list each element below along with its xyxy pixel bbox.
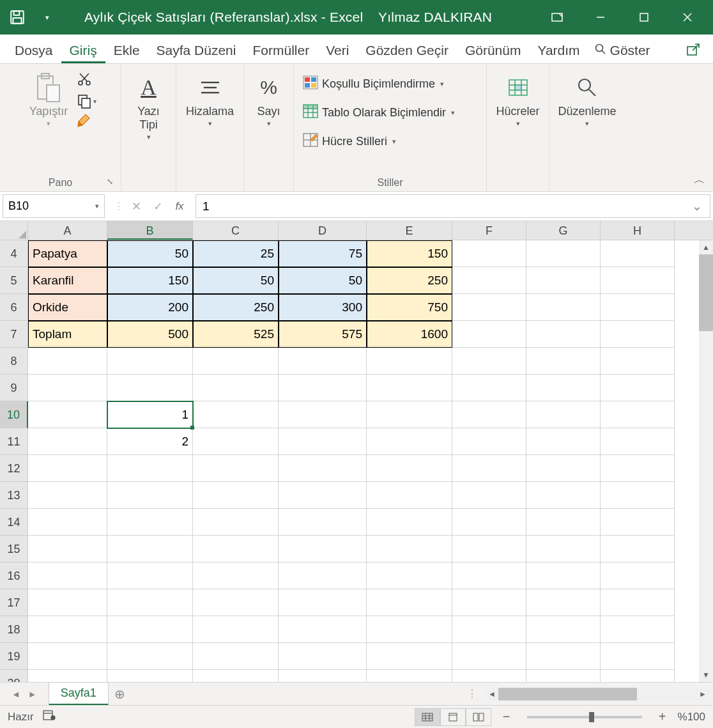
col-header-f[interactable]: F xyxy=(452,221,526,240)
cell-C8[interactable] xyxy=(193,348,279,375)
minimize-button[interactable] xyxy=(579,0,622,35)
col-header-e[interactable]: E xyxy=(367,221,452,240)
cell-F20[interactable] xyxy=(452,670,526,682)
cell-H19[interactable] xyxy=(601,643,675,670)
cell-E12[interactable] xyxy=(367,455,452,482)
cell-E20[interactable] xyxy=(367,670,452,682)
cell-G18[interactable] xyxy=(526,616,601,643)
cell-styles-button[interactable]: Hücre Stilleri▾ xyxy=(299,130,481,153)
cell-H16[interactable] xyxy=(601,562,675,589)
cell-A11[interactable] xyxy=(28,428,107,455)
cell-B12[interactable] xyxy=(107,455,193,482)
cell-G16[interactable] xyxy=(526,562,601,589)
cell-F16[interactable] xyxy=(452,562,526,589)
clipboard-dialog-launcher[interactable]: ⤡ xyxy=(107,177,117,187)
zoom-in-button[interactable]: + xyxy=(656,709,669,724)
col-header-a[interactable]: A xyxy=(28,221,107,240)
cell-F6[interactable] xyxy=(452,294,526,321)
row-header-8[interactable]: 8 xyxy=(0,348,28,375)
cell-H8[interactable] xyxy=(601,348,675,375)
row-header-5[interactable]: 5 xyxy=(0,267,28,294)
row-header-13[interactable]: 13 xyxy=(0,482,28,509)
cell-G9[interactable] xyxy=(526,375,601,401)
cell-F5[interactable] xyxy=(452,267,526,294)
scroll-right-icon[interactable]: ► xyxy=(696,690,709,699)
vertical-scrollbar[interactable]: ▲ ▼ xyxy=(699,240,713,682)
col-header-h[interactable]: H xyxy=(601,221,675,240)
sheet-nav-next-icon[interactable]: ► xyxy=(28,689,37,699)
cell-F7[interactable] xyxy=(452,321,526,348)
cell-F10[interactable] xyxy=(452,401,526,428)
expand-formula-icon[interactable]: ⌄ xyxy=(691,199,703,213)
cell-B15[interactable] xyxy=(107,536,193,562)
copy-button[interactable]: ▾ xyxy=(77,93,96,109)
cell-A13[interactable] xyxy=(28,482,107,509)
cell-C14[interactable] xyxy=(193,509,279,536)
cell-B9[interactable] xyxy=(107,375,193,401)
cell-B18[interactable] xyxy=(107,616,193,643)
cell-E13[interactable] xyxy=(367,482,452,509)
row-header-19[interactable]: 19 xyxy=(0,643,28,670)
cell-E9[interactable] xyxy=(367,375,452,401)
cell-A10[interactable] xyxy=(28,401,107,428)
vscroll-thumb[interactable] xyxy=(699,254,713,331)
cell-B19[interactable] xyxy=(107,643,193,670)
cancel-formula-button[interactable]: ✕ xyxy=(126,199,146,213)
sheet-nav-prev-icon[interactable]: ◄ xyxy=(12,689,20,699)
tell-me-search[interactable]: Göster xyxy=(588,38,657,63)
cell-E18[interactable] xyxy=(367,616,452,643)
cell-A15[interactable] xyxy=(28,536,107,562)
tab-splitter-icon[interactable]: ⋮ xyxy=(467,688,482,700)
name-box[interactable]: B10▾ xyxy=(3,194,105,218)
cell-C20[interactable] xyxy=(193,670,279,682)
cell-A16[interactable] xyxy=(28,562,107,589)
cell-B8[interactable] xyxy=(107,348,193,375)
cell-E4[interactable]: 150 xyxy=(367,240,452,267)
cell-D8[interactable] xyxy=(279,348,367,375)
font-button[interactable]: A Yazı Tipi ▾ xyxy=(125,68,172,144)
cell-H12[interactable] xyxy=(601,455,675,482)
cell-G17[interactable] xyxy=(526,589,601,616)
tab-data[interactable]: Veri xyxy=(318,36,357,63)
cell-B10[interactable]: 1 xyxy=(107,401,193,428)
cell-E7[interactable]: 1600 xyxy=(367,321,452,348)
tab-home[interactable]: Giriş xyxy=(61,36,105,63)
col-header-b[interactable]: B xyxy=(107,221,193,240)
cell-D11[interactable] xyxy=(279,428,367,455)
col-header-d[interactable]: D xyxy=(279,221,367,240)
tab-help[interactable]: Yardım xyxy=(529,36,588,63)
alignment-button[interactable]: Hizalama ▾ xyxy=(181,68,239,130)
col-header-g[interactable]: G xyxy=(526,221,601,240)
cell-G19[interactable] xyxy=(526,643,601,670)
cell-H9[interactable] xyxy=(601,375,675,401)
zoom-out-button[interactable]: − xyxy=(500,709,513,724)
cell-A12[interactable] xyxy=(28,455,107,482)
cell-H14[interactable] xyxy=(601,509,675,536)
number-button[interactable]: % Sayı ▾ xyxy=(245,68,293,130)
cell-A9[interactable] xyxy=(28,375,107,401)
cell-H20[interactable] xyxy=(601,670,675,682)
cell-D20[interactable] xyxy=(279,670,367,682)
row-header-12[interactable]: 12 xyxy=(0,455,28,482)
cell-E15[interactable] xyxy=(367,536,452,562)
cell-H6[interactable] xyxy=(601,294,675,321)
cell-B4[interactable]: 50 xyxy=(107,240,193,267)
col-header-c[interactable]: C xyxy=(193,221,279,240)
cell-B5[interactable]: 150 xyxy=(107,267,193,294)
format-as-table-button[interactable]: Tablo Olarak Biçimlendir▾ xyxy=(299,102,481,124)
insert-function-button[interactable]: fx xyxy=(170,200,189,213)
cell-A6[interactable]: Orkide xyxy=(28,294,107,321)
cell-G15[interactable] xyxy=(526,536,601,562)
cell-D13[interactable] xyxy=(279,482,367,509)
cell-E6[interactable]: 750 xyxy=(367,294,452,321)
cell-F4[interactable] xyxy=(452,240,526,267)
cell-C10[interactable] xyxy=(193,401,279,428)
editing-button[interactable]: Düzenleme ▾ xyxy=(553,68,621,130)
cell-D5[interactable]: 50 xyxy=(279,267,367,294)
cell-G5[interactable] xyxy=(526,267,601,294)
zoom-level[interactable]: %100 xyxy=(678,711,705,724)
cell-G11[interactable] xyxy=(526,428,601,455)
cell-A8[interactable] xyxy=(28,348,107,375)
maximize-button[interactable] xyxy=(622,0,666,35)
sheet-tab-1[interactable]: Sayfa1 xyxy=(49,682,109,706)
